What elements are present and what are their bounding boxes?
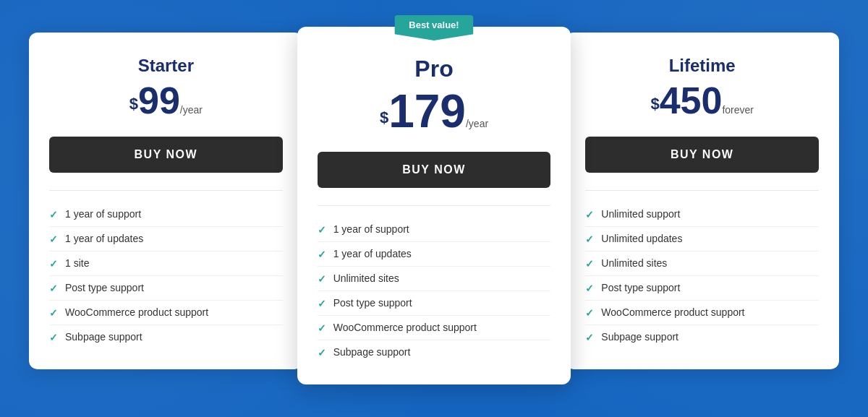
feature-text: Unlimited updates — [601, 233, 682, 244]
feature-list: ✓ Unlimited support ✓ Unlimited updates … — [585, 202, 819, 349]
checkmark-icon: ✓ — [49, 233, 58, 245]
feature-item: ✓ Unlimited sites — [318, 267, 551, 291]
feature-item: ✓ Post type support — [318, 291, 551, 316]
feature-item: ✓ Unlimited updates — [585, 227, 819, 252]
feature-item: ✓ Subpage support — [49, 325, 283, 349]
feature-item: ✓ 1 site — [49, 252, 283, 276]
divider — [585, 190, 819, 191]
feature-text: Unlimited sites — [601, 257, 667, 269]
currency-symbol: $ — [380, 108, 388, 126]
checkmark-icon: ✓ — [585, 258, 594, 270]
currency-symbol: $ — [650, 95, 659, 113]
feature-text: 1 year of updates — [65, 233, 143, 244]
checkmark-icon: ✓ — [585, 233, 594, 245]
plan-card-pro: Best value! Pro $179/year BUY NOW ✓ 1 ye… — [297, 27, 571, 384]
divider — [49, 190, 283, 191]
plan-price: $99/year — [49, 82, 283, 119]
divider — [318, 205, 551, 206]
feature-text: Post type support — [65, 282, 144, 293]
plan-name: Starter — [49, 56, 283, 76]
feature-text: Subpage support — [333, 346, 411, 358]
price-amount: 450 — [660, 79, 723, 121]
feature-text: 1 year of support — [333, 223, 409, 235]
feature-item: ✓ Post type support — [585, 276, 819, 301]
buy-now-button[interactable]: BUY NOW — [49, 137, 283, 173]
feature-item: ✓ 1 year of support — [49, 202, 283, 227]
buy-now-button[interactable]: BUY NOW — [585, 137, 819, 173]
plan-card-starter: Starter $99/year BUY NOW ✓ 1 year of sup… — [29, 33, 303, 369]
plan-price: $179/year — [318, 88, 551, 134]
feature-text: WooCommerce product support — [65, 306, 208, 318]
feature-text: WooCommerce product support — [333, 322, 477, 333]
checkmark-icon: ✓ — [318, 249, 326, 260]
feature-item: ✓ 1 year of support — [318, 218, 551, 242]
plan-name: Pro — [318, 56, 551, 82]
price-amount: 99 — [138, 79, 180, 121]
feature-item: ✓ Unlimited support — [585, 202, 819, 227]
feature-item: ✓ Post type support — [49, 276, 283, 301]
checkmark-icon: ✓ — [585, 307, 594, 319]
checkmark-icon: ✓ — [49, 258, 58, 270]
currency-symbol: $ — [129, 95, 138, 113]
feature-text: Subpage support — [601, 331, 678, 343]
plan-price: $450forever — [585, 82, 819, 119]
best-value-badge: Best value! — [394, 15, 473, 40]
feature-list: ✓ 1 year of support ✓ 1 year of updates … — [318, 218, 551, 364]
price-period: /year — [466, 118, 488, 129]
feature-text: WooCommerce product support — [601, 306, 744, 318]
checkmark-icon: ✓ — [318, 347, 326, 358]
checkmark-icon: ✓ — [49, 209, 58, 220]
feature-text: 1 year of support — [65, 208, 141, 220]
checkmark-icon: ✓ — [318, 224, 326, 236]
feature-text: Unlimited sites — [333, 272, 399, 284]
checkmark-icon: ✓ — [49, 307, 58, 319]
buy-now-button[interactable]: BUY NOW — [318, 152, 551, 188]
feature-item: ✓ WooCommerce product support — [49, 301, 283, 325]
feature-item: ✓ Subpage support — [585, 325, 819, 349]
feature-item: ✓ 1 year of updates — [318, 242, 551, 267]
feature-item: ✓ WooCommerce product support — [318, 316, 551, 340]
checkmark-icon: ✓ — [585, 332, 594, 343]
checkmark-icon: ✓ — [318, 298, 326, 309]
checkmark-icon: ✓ — [318, 273, 326, 285]
checkmark-icon: ✓ — [49, 332, 58, 343]
feature-text: Unlimited support — [601, 208, 680, 220]
plan-name: Lifetime — [585, 56, 819, 76]
checkmark-icon: ✓ — [49, 283, 58, 294]
price-period: forever — [722, 104, 754, 116]
feature-item: ✓ WooCommerce product support — [585, 301, 819, 325]
feature-text: 1 site — [65, 257, 89, 269]
feature-text: Post type support — [333, 297, 412, 309]
checkmark-icon: ✓ — [585, 283, 594, 294]
checkmark-icon: ✓ — [318, 322, 326, 334]
feature-item: ✓ Unlimited sites — [585, 252, 819, 276]
checkmark-icon: ✓ — [585, 209, 594, 220]
feature-item: ✓ Subpage support — [318, 340, 551, 364]
plan-card-lifetime: Lifetime $450forever BUY NOW ✓ Unlimited… — [565, 33, 839, 369]
price-amount: 179 — [388, 85, 466, 137]
feature-text: Post type support — [601, 282, 680, 293]
feature-item: ✓ 1 year of updates — [49, 227, 283, 252]
feature-text: 1 year of updates — [333, 248, 412, 259]
feature-list: ✓ 1 year of support ✓ 1 year of updates … — [49, 202, 283, 349]
pricing-section: Starter $99/year BUY NOW ✓ 1 year of sup… — [29, 33, 839, 384]
feature-text: Subpage support — [65, 331, 142, 343]
price-period: /year — [180, 104, 203, 116]
